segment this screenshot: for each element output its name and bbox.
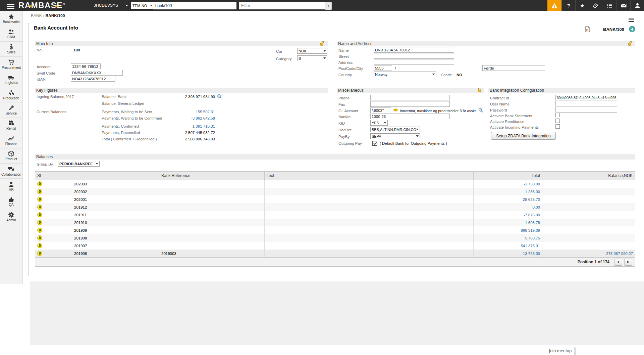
table-row[interactable]: 0 202001 28 625.70 xyxy=(35,195,635,203)
contract-id-field[interactable] xyxy=(555,95,617,100)
favorites-button[interactable]: ★ xyxy=(575,0,589,11)
password-field[interactable] xyxy=(555,107,617,113)
column-header-total[interactable]: Total xyxy=(474,172,542,180)
category-label: Category xyxy=(276,57,292,61)
database-select[interactable]: TEM-NO xyxy=(131,2,154,9)
join-meetup-tooltip[interactable]: join meetup xyxy=(546,347,575,355)
unlock-icon[interactable] xyxy=(628,41,632,46)
chevron-down-icon xyxy=(125,5,128,6)
version-badge[interactable]: 4 xyxy=(629,26,635,32)
magnifier-icon[interactable] xyxy=(217,94,222,99)
postcode-field[interactable] xyxy=(374,65,392,71)
lock-icon[interactable] xyxy=(477,87,482,92)
system-select[interactable]: JHCDEVSYS xyxy=(94,3,118,8)
menu-icon[interactable] xyxy=(7,3,14,10)
table-row[interactable]: 0 201912 0.00 xyxy=(35,203,635,211)
outgoing-pay-note: ( Default Bank for Outgoing Payments ) xyxy=(380,141,447,145)
rambase-logo[interactable]: RAMBASE® xyxy=(18,1,65,10)
fax-field[interactable] xyxy=(370,101,450,107)
collapse-filter-button[interactable]: ‹ xyxy=(325,2,332,10)
sidebar-item-production[interactable]: Production xyxy=(0,87,22,102)
table-row[interactable]: 0 202002 1 235.00 xyxy=(35,188,635,195)
activate-incoming-payments-checkbox[interactable] xyxy=(555,124,560,129)
balance-cell xyxy=(542,226,635,234)
attachments-button[interactable] xyxy=(589,0,603,11)
setup-zdata-button[interactable]: Setup ZDATA Bank Integration xyxy=(491,132,556,140)
city-field[interactable] xyxy=(482,65,545,71)
column-header-period[interactable] xyxy=(72,172,159,180)
user-button[interactable] xyxy=(630,0,644,11)
ccode-label: Ccode xyxy=(441,73,452,77)
column-header-text[interactable]: Text xyxy=(265,172,474,180)
sidebar-item-collaboration[interactable]: Collaboration xyxy=(0,164,22,179)
currency-select[interactable]: NOK xyxy=(297,48,327,54)
swift-code-field[interactable] xyxy=(71,70,123,76)
column-header-bank-reference[interactable]: Bank Reference xyxy=(159,172,265,180)
sidebar-item-logistics[interactable]: Logistics xyxy=(0,72,22,87)
program-input[interactable] xyxy=(153,2,236,9)
chevron-down-icon xyxy=(432,74,435,75)
name-field[interactable] xyxy=(374,47,454,53)
section-title: Miscellaneous xyxy=(338,88,364,93)
street-field[interactable] xyxy=(374,53,454,59)
breadcrumb-root[interactable]: BANK xyxy=(31,13,42,18)
bankref-cell: 2019003 xyxy=(159,250,265,257)
filter-input[interactable] xyxy=(239,2,325,9)
table-row[interactable]: 0 201910 1 608.78 xyxy=(35,219,635,226)
kid-select[interactable]: YES xyxy=(370,120,388,126)
topbar-icon-group: ? ★ xyxy=(547,0,644,11)
report-icon[interactable]: R xyxy=(585,26,590,32)
sidebar-item-sales[interactable]: Sales xyxy=(0,42,22,57)
docref-select[interactable]: BBS,ALTINN,RMR,CIN,COA, xyxy=(370,127,420,132)
activate-remittance-checkbox[interactable] xyxy=(555,119,560,123)
column-header-st[interactable]: St xyxy=(35,172,72,180)
activate-bank-statement-checkbox[interactable] xyxy=(555,113,560,117)
address-field[interactable] xyxy=(374,59,454,65)
period-cell: 201909 xyxy=(72,226,159,234)
payby-select[interactable]: SEPA xyxy=(370,133,420,139)
messages-button[interactable] xyxy=(616,0,630,11)
sidebar-item-admin[interactable]: Admin xyxy=(0,209,22,224)
gl-account-field[interactable] xyxy=(370,107,391,113)
table-row-selected[interactable]: 0 201906 2019003 -13 726.00 278 067 090.… xyxy=(35,250,635,257)
sidebar-item-service[interactable]: Service xyxy=(0,102,22,118)
currency-label: Cur xyxy=(276,49,282,53)
sidebar-item-crm[interactable]: CRM xyxy=(0,26,22,41)
table-row[interactable]: 0 202003 -1 750.00 xyxy=(35,180,635,188)
sidebar-item-product[interactable]: Product xyxy=(0,148,22,164)
category-select[interactable]: B xyxy=(297,55,327,61)
alerts-button[interactable] xyxy=(547,0,561,11)
sidebar-item-rental[interactable]: Rental xyxy=(0,118,22,133)
sidebar-item-bookmarks[interactable]: Bookmarks xyxy=(0,11,22,26)
sidebar-item-hr[interactable]: HR xyxy=(0,179,22,194)
sidebar-item-finance[interactable]: Finance xyxy=(0,133,22,148)
group-by-select[interactable]: PERIOD,BANKREF xyxy=(58,161,100,167)
previous-page-button[interactable] xyxy=(614,259,622,266)
page-menu-icon[interactable] xyxy=(629,17,634,23)
table-row[interactable]: 0 201907 541 375.01 xyxy=(35,242,635,250)
table-row[interactable]: 0 201911 -7 875.00 xyxy=(35,211,635,219)
logo-accent-triangle xyxy=(29,5,33,7)
table-row[interactable]: 0 201909 868 319.09 xyxy=(35,226,635,234)
bankid-field[interactable] xyxy=(370,114,450,119)
tasks-button[interactable] xyxy=(603,0,616,11)
magnifier-icon[interactable] xyxy=(478,108,483,113)
phone-field[interactable] xyxy=(370,95,450,100)
username-field[interactable] xyxy=(555,101,617,106)
table-row[interactable]: 0 201908 5 763.75 xyxy=(35,234,635,242)
column-header-balance-nok[interactable]: Balance,NOK xyxy=(542,172,635,180)
iban-field[interactable] xyxy=(71,76,115,82)
outgoing-pay-checkbox[interactable] xyxy=(372,141,377,146)
next-page-button[interactable] xyxy=(624,259,632,266)
unlock-icon[interactable] xyxy=(320,41,324,46)
goto-arrow-icon[interactable] xyxy=(393,108,398,112)
account-field[interactable] xyxy=(71,63,101,69)
help-button[interactable]: ? xyxy=(561,0,575,11)
total-cell: 5 763.75 xyxy=(474,234,542,242)
period-cell: 201910 xyxy=(72,219,159,226)
text-cell xyxy=(265,211,474,219)
sidebar-item-procurement[interactable]: Procurement xyxy=(0,57,22,72)
sidebar-item-qa[interactable]: QA xyxy=(0,194,22,209)
status-badge: 0 xyxy=(37,235,42,240)
country-select[interactable]: Norway xyxy=(374,72,436,77)
